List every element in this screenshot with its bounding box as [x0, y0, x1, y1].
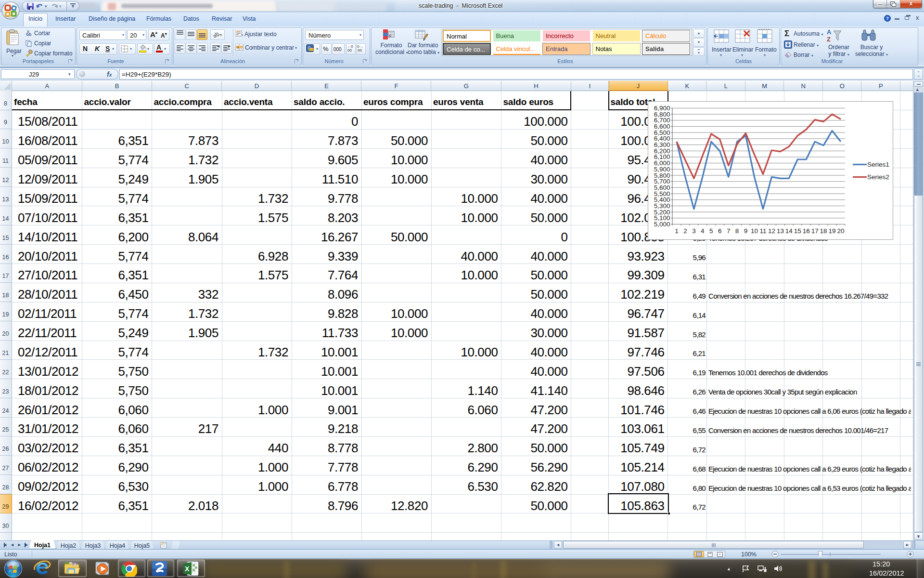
svg-text:11: 11 [759, 227, 766, 234]
svg-text:8: 8 [735, 227, 739, 234]
svg-text:?: ? [886, 16, 888, 21]
svg-text:2: 2 [683, 227, 687, 234]
svg-text:18: 18 [820, 227, 827, 234]
svg-text:9: 9 [744, 227, 748, 234]
svg-text:A: A [827, 28, 832, 36]
svg-text:4: 4 [701, 227, 705, 234]
svg-text:10: 10 [751, 227, 758, 234]
svg-text:12: 12 [768, 227, 775, 234]
svg-text:15: 15 [794, 227, 801, 234]
svg-text:5: 5 [709, 227, 713, 234]
svg-text:7: 7 [727, 227, 731, 234]
svg-text:16: 16 [803, 227, 810, 234]
svg-text:3: 3 [692, 227, 696, 234]
svg-text:Z: Z [827, 36, 831, 43]
svg-text:Series2: Series2 [867, 173, 889, 181]
svg-text:13: 13 [777, 227, 784, 234]
svg-text:17: 17 [811, 227, 819, 234]
svg-text:19: 19 [829, 227, 836, 234]
svg-text:1: 1 [675, 227, 679, 234]
svg-text:6: 6 [718, 227, 722, 234]
svg-text:Series1: Series1 [867, 161, 889, 168]
svg-text:X: X [185, 565, 190, 573]
svg-text:5,000: 5,000 [654, 221, 670, 228]
svg-text:≤: ≤ [389, 33, 391, 38]
svg-text:ab: ab [213, 31, 220, 39]
svg-text:20: 20 [837, 227, 844, 234]
svg-text:14: 14 [785, 227, 793, 234]
